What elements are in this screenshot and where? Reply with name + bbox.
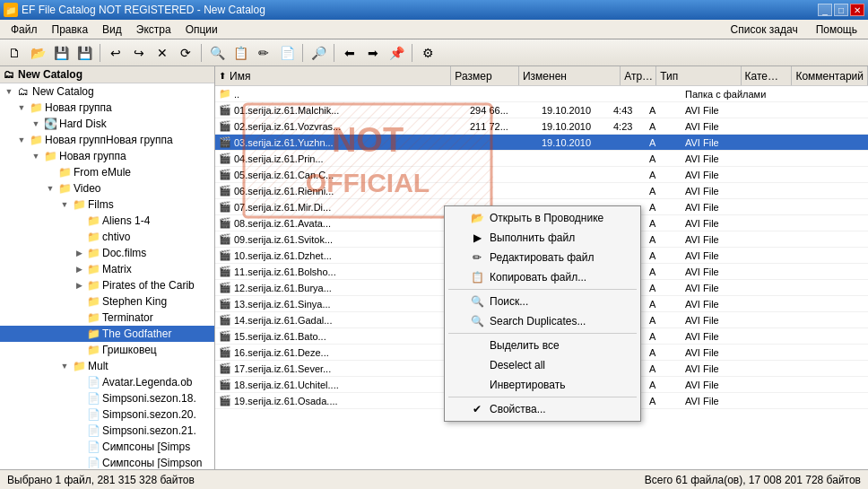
- ctx-deselect-all[interactable]: Deselect all: [445, 355, 640, 375]
- sidebar-item-matrix[interactable]: ▶ 📁 Matrix: [0, 261, 214, 277]
- toolbar-undo[interactable]: ↩: [105, 42, 126, 64]
- col-header-comment[interactable]: Комментарий: [792, 66, 868, 85]
- video-icon: 📁: [57, 182, 72, 195]
- file-icon: 🎬: [219, 217, 231, 229]
- col-header-attr[interactable]: Атр…: [621, 66, 656, 85]
- sidebar-item-new-catalog[interactable]: ▼ 🗂 New Catalog: [0, 83, 214, 100]
- table-row[interactable]: 🎬02.serija.iz.61.Vozvras... 211 72... 19…: [215, 118, 868, 135]
- expand-novaya-gruppa[interactable]: ▼: [14, 100, 29, 115]
- toolbar-open[interactable]: 📂: [27, 42, 48, 64]
- table-row[interactable]: 🎬05.serija.iz.61.Can.C... A AVI File: [215, 167, 868, 183]
- sidebar-item-novaya-gruppa2[interactable]: ▼ 📁 Новая группНовая группа: [0, 132, 214, 148]
- toolbar-save[interactable]: 💾: [50, 42, 72, 64]
- toolbar-redo[interactable]: ↪: [128, 42, 150, 64]
- sidebar-item-stephen-king[interactable]: 📁 Stephen King: [0, 293, 214, 310]
- menu-view[interactable]: Вид: [95, 22, 129, 38]
- sidebar-item-video[interactable]: ▼ 📁 Video: [0, 180, 214, 196]
- ctx-copy-file[interactable]: 📋 Копировать файл...: [445, 267, 640, 287]
- toolbar-delete[interactable]: ✕: [152, 42, 173, 64]
- table-row[interactable]: 📁 .. Папка с файлами: [215, 86, 868, 102]
- toolbar-new[interactable]: 🗋: [4, 42, 25, 64]
- menu-edit[interactable]: Правка: [45, 22, 96, 38]
- toolbar-catalog[interactable]: 📋: [230, 42, 251, 64]
- sidebar-item-from-emule[interactable]: 📁 From eMule: [0, 164, 214, 180]
- expand-novaya-gruppa2[interactable]: ▼: [14, 133, 29, 147]
- sidebar-item-simpsoni3[interactable]: 📄 Simpsoni.sezon.21.: [0, 423, 214, 439]
- sidebar-item-novaya-gruppa3[interactable]: ▼ 📁 Новая группа: [0, 148, 214, 164]
- minimize-button[interactable]: _: [818, 4, 832, 16]
- sidebar-item-aliens[interactable]: 📁 Aliens 1-4: [0, 213, 214, 229]
- ctx-search-duplicates[interactable]: 🔍 Search Duplicates...: [445, 311, 640, 331]
- toolbar-edit[interactable]: ✏: [253, 42, 274, 64]
- toolbar-clip[interactable]: 📌: [386, 42, 407, 64]
- table-row[interactable]: 🎬01.serija.iz.61.Malchik... 294 66... 19…: [215, 102, 868, 118]
- menu-right: Список задач Помощь: [724, 22, 864, 38]
- sidebar-item-docfilms[interactable]: ▶ 📁 Doc.films: [0, 245, 214, 261]
- sidebar-item-simpsoni2[interactable]: 📄 Simpsoni.sezon.20.: [0, 406, 214, 423]
- sidebar-item-godfather[interactable]: 📁 The Godfather: [0, 326, 214, 342]
- file-type-cell: AVI File: [681, 105, 771, 116]
- sidebar-item-mult[interactable]: ▼ 📁 Mult: [0, 358, 214, 374]
- ctx-execute-file[interactable]: ▶ Выполнить файл: [445, 228, 640, 248]
- toolbar-export[interactable]: ➡: [362, 42, 384, 64]
- sidebar-item-films[interactable]: ▼ 📁 Films: [0, 196, 214, 213]
- expand-new-catalog[interactable]: ▼: [2, 84, 16, 99]
- col-header-name[interactable]: ⬆ Имя: [215, 66, 451, 85]
- sidebar-item-hard-disk[interactable]: ▼ 💽 Hard Disk: [0, 116, 214, 132]
- sidebar-item-avatar[interactable]: 📄 Avatar.Legenda.ob: [0, 374, 214, 390]
- file-size-cell: 211 72...: [466, 121, 538, 132]
- sidebar-label-docfilms: Doc.films: [102, 247, 146, 259]
- maximize-button[interactable]: □: [834, 4, 848, 16]
- sidebar-item-simpsoni1[interactable]: 📄 Simpsoni.sezon.18.: [0, 390, 214, 406]
- open-explorer-icon: 📂: [470, 211, 484, 225]
- table-row[interactable]: 🎬04.serija.iz.61.Prin... A AVI File: [215, 151, 868, 167]
- col-header-modified[interactable]: Изменен: [519, 66, 621, 85]
- ctx-properties[interactable]: ✔ Свойства...: [445, 399, 640, 419]
- table-row[interactable]: 🎬03.serija.iz.61.Yuzhn... 19.10.2010 A A…: [215, 135, 868, 151]
- sidebar-item-simpsons2[interactable]: 📄 Симпсоны [Simpson: [0, 455, 214, 468]
- menu-tasklist[interactable]: Список задач: [724, 22, 805, 38]
- sidebar-item-terminator[interactable]: 📁 Terminator: [0, 310, 214, 326]
- toolbar-addfile[interactable]: 📄: [276, 42, 298, 64]
- toolbar-refresh[interactable]: ⟳: [175, 42, 196, 64]
- sidebar-item-chtivo[interactable]: 📁 chtivo: [0, 229, 214, 245]
- sidebar-item-novaya-gruppa[interactable]: ▼ 📁 Новая группа: [0, 100, 214, 116]
- col-header-size[interactable]: Размер: [451, 66, 519, 85]
- menu-file[interactable]: Файл: [4, 22, 45, 38]
- ctx-select-all[interactable]: Выделить все: [445, 336, 640, 355]
- file-attr-cell: A: [646, 105, 681, 116]
- sidebar-item-pirates[interactable]: ▶ 📁 Pirates of the Carib: [0, 277, 214, 293]
- ctx-open-explorer[interactable]: 📂 Открыть в Проводнике: [445, 208, 640, 228]
- expand-hard-disk[interactable]: ▼: [29, 117, 43, 131]
- harddisk-icon: 💽: [43, 118, 57, 130]
- sidebar-label-aliens: Aliens 1-4: [102, 214, 150, 227]
- expand-novaya-gruppa3[interactable]: ▼: [29, 149, 43, 163]
- expand-films[interactable]: ▼: [57, 197, 72, 212]
- toolbar-import[interactable]: ⬅: [339, 42, 360, 64]
- col-header-type[interactable]: Тип: [656, 66, 741, 85]
- toolbar-find[interactable]: 🔍: [206, 42, 228, 64]
- sidebar-label-video: Video: [74, 182, 100, 195]
- content-area: ⬆ Имя Размер Изменен Атр… Тип Кате… Комм…: [215, 66, 868, 469]
- col-header-category[interactable]: Кате…: [742, 66, 793, 85]
- table-row[interactable]: 🎬06.serija.iz.61.Rienni... A AVI File: [215, 183, 868, 199]
- sidebar-item-grishkovets[interactable]: 📁 Гришковец: [0, 342, 214, 358]
- menu-options[interactable]: Опции: [178, 22, 225, 38]
- close-button[interactable]: ✕: [850, 4, 864, 16]
- toolbar-search[interactable]: 🔎: [308, 42, 329, 64]
- ctx-search[interactable]: 🔍 Поиск...: [445, 292, 640, 311]
- expand-video[interactable]: ▼: [43, 181, 57, 196]
- sidebar-tree: ▼ 🗂 New Catalog ▼ 📁 Новая группа ▼ 💽 Har…: [0, 83, 214, 468]
- menu-help[interactable]: Помощь: [809, 22, 864, 38]
- expand-from-emule[interactable]: [43, 165, 57, 179]
- emule-icon: 📁: [57, 166, 72, 179]
- file-icon-up: 📁: [219, 88, 231, 100]
- menu-extra[interactable]: Экстра: [129, 22, 178, 38]
- ctx-edit-file[interactable]: ✏ Редактировать файл: [445, 248, 640, 267]
- toolbar-options[interactable]: ⚙: [417, 42, 438, 64]
- ctx-invert[interactable]: Инвертировать: [445, 375, 640, 395]
- search-dup-icon: 🔍: [470, 314, 484, 328]
- toolbar-saveas[interactable]: 💾: [74, 42, 95, 64]
- context-menu: 📂 Открыть в Проводнике ▶ Выполнить файл …: [444, 205, 641, 422]
- sidebar-item-simpsons1[interactable]: 📄 Симпсоны [Simps: [0, 439, 214, 455]
